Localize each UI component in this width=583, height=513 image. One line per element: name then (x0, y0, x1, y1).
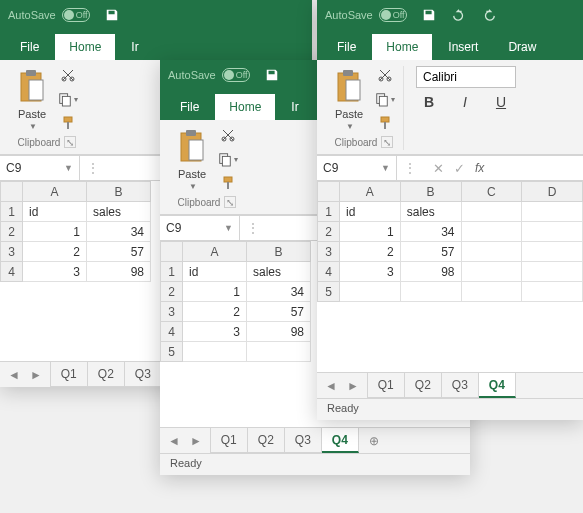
nav-prev-icon[interactable]: ◄ (325, 379, 337, 393)
name-box[interactable]: C9▼ (0, 156, 80, 180)
cell[interactable]: 57 (87, 242, 151, 262)
sheet-tab[interactable]: Q3 (125, 362, 162, 387)
autosave-toggle[interactable]: AutoSave Off (8, 8, 90, 22)
redo-icon[interactable] (481, 7, 497, 23)
row-header[interactable]: 1 (161, 262, 183, 282)
nav-next-icon[interactable]: ► (30, 368, 42, 382)
bold-button[interactable]: B (420, 94, 438, 110)
cell[interactable] (522, 222, 583, 242)
row-header[interactable]: 1 (1, 202, 23, 222)
cell[interactable] (183, 342, 247, 362)
cell[interactable] (522, 282, 583, 302)
sheet-tab[interactable]: Q3 (442, 373, 479, 398)
cell[interactable]: sales (247, 262, 311, 282)
format-painter-icon[interactable] (218, 174, 238, 192)
col-header[interactable]: B (247, 242, 311, 262)
cell[interactable]: 34 (87, 222, 151, 242)
tab-insert[interactable]: Insert (434, 34, 492, 60)
nav-next-icon[interactable]: ► (190, 434, 202, 448)
col-header[interactable]: A (183, 242, 247, 262)
row-header[interactable]: 5 (161, 342, 183, 362)
italic-button[interactable]: I (456, 94, 474, 110)
col-header[interactable]: B (400, 182, 461, 202)
paste-button[interactable]: Paste ▼ (333, 68, 365, 131)
dialog-launcher-icon[interactable]: ⤡ (381, 136, 393, 148)
sheet-tab[interactable]: Q4 (479, 373, 516, 398)
cell[interactable] (522, 262, 583, 282)
tab-draw[interactable]: Draw (494, 34, 550, 60)
fx-icon[interactable]: fx (475, 161, 484, 175)
row-header[interactable]: 4 (161, 322, 183, 342)
cell[interactable] (522, 202, 583, 222)
cell[interactable]: 2 (23, 242, 87, 262)
dialog-launcher-icon[interactable]: ⤡ (64, 136, 76, 148)
cut-icon[interactable] (375, 66, 395, 84)
row-header[interactable]: 2 (1, 222, 23, 242)
cell[interactable]: 1 (183, 282, 247, 302)
cut-icon[interactable] (58, 66, 78, 84)
cell[interactable]: sales (400, 202, 461, 222)
sheet-tab[interactable]: Q2 (88, 362, 125, 387)
sheet-tab[interactable]: Q2 (405, 373, 442, 398)
row-header[interactable]: 5 (318, 282, 340, 302)
autosave-toggle[interactable]: AutoSave Off (168, 68, 250, 82)
cell[interactable]: 98 (400, 262, 461, 282)
format-painter-icon[interactable] (58, 114, 78, 132)
cell[interactable]: 2 (183, 302, 247, 322)
tab-file[interactable]: File (323, 34, 370, 60)
copy-icon[interactable]: ▾ (218, 150, 238, 168)
cell[interactable] (247, 342, 311, 362)
select-all-corner[interactable] (1, 182, 23, 202)
cell[interactable]: 98 (87, 262, 151, 282)
cell[interactable] (340, 282, 401, 302)
col-header[interactable]: A (340, 182, 401, 202)
cell[interactable]: 1 (340, 222, 401, 242)
cut-icon[interactable] (218, 126, 238, 144)
col-header[interactable]: B (87, 182, 151, 202)
row-header[interactable]: 4 (318, 262, 340, 282)
cell[interactable]: 34 (247, 282, 311, 302)
cell[interactable] (461, 202, 522, 222)
tab-insert[interactable]: Ir (117, 34, 152, 60)
format-painter-icon[interactable] (375, 114, 395, 132)
cell[interactable] (461, 222, 522, 242)
expand-icon[interactable]: ⋮ (80, 160, 106, 176)
cell[interactable]: 3 (23, 262, 87, 282)
nav-next-icon[interactable]: ► (347, 379, 359, 393)
tab-file[interactable]: File (166, 94, 213, 120)
row-header[interactable]: 2 (318, 222, 340, 242)
cell[interactable]: 2 (340, 242, 401, 262)
expand-icon[interactable]: ⋮ (240, 220, 266, 236)
sheet-tab[interactable]: Q1 (211, 428, 248, 453)
undo-icon[interactable] (451, 7, 467, 23)
cell[interactable]: id (340, 202, 401, 222)
sheet-tab[interactable]: Q1 (51, 362, 88, 387)
nav-prev-icon[interactable]: ◄ (8, 368, 20, 382)
tab-file[interactable]: File (6, 34, 53, 60)
autosave-toggle[interactable]: AutoSave Off (325, 8, 407, 22)
row-header[interactable]: 2 (161, 282, 183, 302)
dialog-launcher-icon[interactable]: ⤡ (224, 196, 236, 208)
cell[interactable]: sales (87, 202, 151, 222)
cell[interactable]: id (183, 262, 247, 282)
paste-button[interactable]: Paste ▼ (176, 128, 208, 191)
save-icon[interactable] (104, 7, 120, 23)
cell[interactable] (400, 282, 461, 302)
paste-button[interactable]: Paste ▼ (16, 68, 48, 131)
tab-home[interactable]: Home (55, 34, 115, 60)
col-header[interactable]: C (461, 182, 522, 202)
tab-insert[interactable]: Ir (277, 94, 312, 120)
cell[interactable]: 57 (247, 302, 311, 322)
underline-button[interactable]: U (492, 94, 510, 110)
col-header[interactable]: A (23, 182, 87, 202)
save-icon[interactable] (264, 67, 280, 83)
sheet-tab[interactable]: Q1 (368, 373, 405, 398)
cell[interactable]: 3 (340, 262, 401, 282)
save-icon[interactable] (421, 7, 437, 23)
cell[interactable]: 57 (400, 242, 461, 262)
cell[interactable]: 1 (23, 222, 87, 242)
sheet-tab[interactable]: Q2 (248, 428, 285, 453)
cell[interactable] (522, 242, 583, 262)
row-header[interactable]: 3 (318, 242, 340, 262)
cell[interactable] (461, 282, 522, 302)
